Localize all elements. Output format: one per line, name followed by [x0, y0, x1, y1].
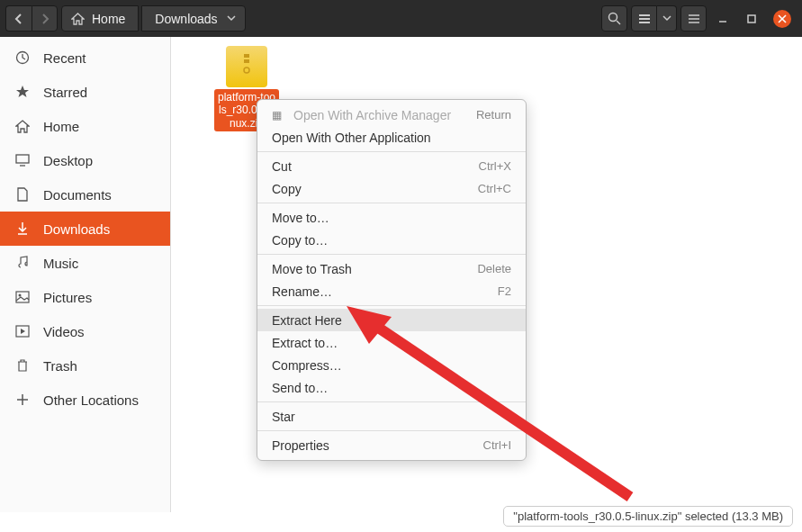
sidebar-item-label: Documents [43, 187, 112, 203]
menu-extract-to[interactable]: Extract to… [257, 331, 526, 354]
sidebar-item-label: Videos [43, 324, 85, 339]
back-button[interactable] [5, 5, 32, 32]
sidebar-item-label: Other Locations [43, 392, 139, 408]
sidebar-item-label: Pictures [43, 290, 92, 305]
sidebar-item-label: Music [43, 256, 78, 271]
download-icon [14, 221, 31, 236]
sidebar-item-other-locations[interactable]: Other Locations [0, 383, 170, 417]
sidebar-item-label: Starred [43, 85, 87, 100]
chevron-right-icon [41, 14, 50, 24]
menu-separator [257, 305, 526, 306]
maximize-icon [746, 14, 757, 24]
trash-icon [14, 358, 31, 373]
video-icon [14, 325, 31, 338]
sidebar-item-label: Home [43, 119, 79, 134]
status-text: "platform-tools_r30.0.5-linux.zip" selec… [513, 509, 783, 523]
menu-copy-to[interactable]: Copy to… [257, 229, 526, 251]
sidebar-item-documents[interactable]: Documents [0, 177, 170, 212]
menu-open-archive[interactable]: ▦Open With Archive ManagerReturn [257, 104, 526, 126]
sidebar-item-recent[interactable]: Recent [0, 41, 170, 75]
search-icon [608, 12, 621, 25]
sidebar-item-starred[interactable]: Starred [0, 75, 170, 109]
sidebar-item-downloads[interactable]: Downloads [0, 212, 170, 246]
menu-extract-here[interactable]: Extract Here [257, 309, 526, 331]
svg-rect-21 [244, 59, 249, 63]
sidebar-item-pictures[interactable]: Pictures [0, 280, 170, 314]
svg-line-1 [617, 21, 620, 24]
svg-rect-20 [244, 54, 249, 58]
sidebar-item-videos[interactable]: Videos [0, 314, 170, 348]
plus-icon [14, 393, 31, 406]
close-button[interactable] [773, 10, 791, 28]
menu-move-trash[interactable]: Move to TrashDelete [257, 257, 526, 280]
svg-rect-9 [748, 15, 755, 23]
menu-move-to[interactable]: Move to… [257, 206, 526, 229]
nav-group [5, 5, 58, 32]
maximize-button[interactable] [739, 6, 764, 32]
list-view-button[interactable] [631, 5, 657, 32]
search-button[interactable] [601, 5, 627, 32]
list-icon [638, 14, 651, 24]
sidebar-item-label: Desktop [43, 153, 93, 168]
view-mode-group [631, 5, 677, 32]
menu-copy[interactable]: CopyCtrl+C [257, 177, 526, 200]
status-bar: "platform-tools_r30.0.5-linux.zip" selec… [503, 506, 793, 527]
sidebar-item-desktop[interactable]: Desktop [0, 143, 170, 177]
svg-rect-15 [16, 292, 29, 302]
breadcrumb-downloads[interactable]: Downloads [141, 5, 245, 32]
breadcrumb-home-label: Home [92, 12, 125, 26]
menu-cut[interactable]: CutCtrl+X [257, 155, 526, 177]
sidebar-item-music[interactable]: Music [0, 246, 170, 280]
menu-rename[interactable]: Rename…F2 [257, 280, 526, 302]
sidebar: Recent Starred Home Desktop Documents Do… [0, 37, 171, 512]
breadcrumb-home[interactable]: Home [61, 5, 139, 32]
archive-icon [226, 46, 267, 87]
document-icon [14, 187, 31, 202]
breadcrumb-downloads-label: Downloads [155, 12, 217, 26]
titlebar: Home Downloads [0, 0, 802, 37]
menu-separator [257, 254, 526, 255]
forward-button[interactable] [32, 5, 58, 32]
view-dropdown-button[interactable] [657, 5, 677, 32]
chevron-down-icon [662, 15, 671, 23]
clock-icon [14, 50, 31, 65]
chevron-down-icon [227, 15, 236, 23]
svg-rect-13 [16, 155, 29, 163]
svg-point-16 [19, 294, 22, 297]
star-icon [14, 85, 31, 99]
pictures-icon [14, 291, 31, 303]
menu-separator [257, 203, 526, 203]
hamburger-button[interactable] [680, 5, 707, 32]
menu-separator [257, 401, 526, 402]
sidebar-item-home[interactable]: Home [0, 109, 170, 143]
home-icon [71, 13, 85, 25]
sidebar-item-label: Trash [43, 358, 77, 374]
svg-point-22 [244, 68, 249, 73]
sidebar-item-trash[interactable]: Trash [0, 348, 170, 383]
minimize-button[interactable] [710, 6, 735, 32]
menu-separator [257, 430, 526, 431]
close-icon [778, 14, 787, 23]
menu-send-to[interactable]: Send to… [257, 376, 526, 399]
sidebar-item-label: Downloads [43, 221, 110, 237]
desktop-icon [14, 154, 31, 167]
menu-properties[interactable]: PropertiesCtrl+I [257, 434, 526, 456]
menu-open-other[interactable]: Open With Other Application [257, 126, 526, 149]
svg-point-0 [609, 14, 617, 22]
home-icon [14, 120, 31, 133]
minimize-icon [717, 14, 728, 24]
sidebar-item-label: Recent [43, 50, 86, 66]
archive-small-icon: ▦ [272, 109, 288, 122]
menu-compress[interactable]: Compress… [257, 354, 526, 376]
hamburger-icon [688, 14, 700, 24]
menu-separator [257, 151, 526, 152]
context-menu: ▦Open With Archive ManagerReturn Open Wi… [257, 99, 527, 461]
music-icon [14, 256, 31, 270]
menu-star[interactable]: Star [257, 405, 526, 428]
chevron-left-icon [14, 14, 23, 24]
